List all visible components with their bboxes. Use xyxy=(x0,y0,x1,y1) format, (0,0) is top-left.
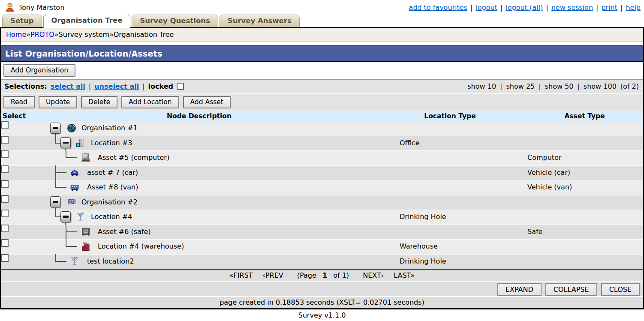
breadcrumb-item-organisation-tree: Organisation Tree xyxy=(114,30,174,39)
select-all-link[interactable]: select all xyxy=(51,82,85,90)
show-options-total: (of 2) xyxy=(620,82,639,90)
tab-bar: SetupOrganisation TreeSurvey QuestionsSu… xyxy=(0,14,644,28)
show-option-show-50[interactable]: show 50 xyxy=(545,82,574,90)
topbar-link-logout[interactable]: logout xyxy=(475,3,497,12)
column-header-location-type: Location Type xyxy=(374,112,526,120)
show-option-show-100[interactable]: show 100 xyxy=(584,82,617,90)
separator: | xyxy=(470,3,472,12)
breadcrumb-item-home[interactable]: Home xyxy=(6,30,26,39)
node-cell: Asset #5 (computer) xyxy=(24,150,374,165)
select-cell xyxy=(1,136,24,151)
globe-icon xyxy=(67,123,76,133)
select-cell xyxy=(1,239,24,254)
asset-type-cell xyxy=(526,239,643,254)
node-cell: Asset #6 (safe) xyxy=(24,225,374,240)
asset-type-cell xyxy=(526,210,643,225)
pagination-first[interactable]: «FIRST xyxy=(229,271,253,279)
location-type-cell xyxy=(374,121,526,136)
update-button[interactable]: Update xyxy=(39,96,77,108)
pagination-prev[interactable]: ‹PREV xyxy=(263,271,283,279)
select-cell xyxy=(1,254,24,269)
separator: | xyxy=(620,3,623,12)
van-icon xyxy=(70,183,79,192)
row-select-checkbox[interactable] xyxy=(1,150,9,158)
page-indicator: (Page 1 of 1) xyxy=(293,271,353,279)
tree-connector xyxy=(55,210,60,217)
minus-glyph xyxy=(63,142,69,144)
row-select-checkbox[interactable] xyxy=(1,180,9,188)
tree-connector xyxy=(55,254,66,262)
locked-checkbox[interactable] xyxy=(177,83,184,90)
read-button[interactable]: Read xyxy=(3,96,35,108)
expand-button[interactable]: EXPAND xyxy=(497,283,542,296)
add-organisation-button[interactable]: Add Organisation xyxy=(3,64,75,77)
user-block: Tony Marston xyxy=(4,2,64,13)
minus-glyph xyxy=(63,216,69,218)
page-title: List Organisation/Location/Assets xyxy=(5,49,639,58)
tree-table-body: Organisation #1Location #3OfficeAsset #5… xyxy=(1,121,643,269)
column-header-node-description: Node Description xyxy=(24,112,374,120)
asset-type-cell xyxy=(526,254,643,269)
node-description: Asset #8 (van) xyxy=(87,180,138,195)
location-type-cell xyxy=(374,195,526,210)
node-cell: asset # 7 (car) xyxy=(24,165,374,180)
show-option-show-10[interactable]: show 10 xyxy=(467,82,496,90)
collapse-toggle[interactable] xyxy=(50,196,60,207)
computer-icon xyxy=(81,153,90,162)
row-select-checkbox[interactable] xyxy=(1,195,9,203)
location-type-cell xyxy=(374,225,526,240)
topbar-link-new-session[interactable]: new session xyxy=(551,3,593,12)
tab-organisation-tree[interactable]: Organisation Tree xyxy=(43,14,131,28)
tree-connector-line xyxy=(55,165,56,180)
collapse-button[interactable]: COLLAPSE xyxy=(545,283,597,296)
unselect-all-link[interactable]: unselect all xyxy=(94,82,139,90)
topbar-link-print[interactable]: print xyxy=(601,3,617,12)
show-option-show-25[interactable]: show 25 xyxy=(506,82,535,90)
add-location-button[interactable]: Add Location xyxy=(121,96,179,108)
tree-connector xyxy=(66,225,77,232)
node-description: Location #3 xyxy=(91,136,132,151)
row-select-checkbox[interactable] xyxy=(1,225,9,232)
separator: | xyxy=(142,82,144,90)
tab-setup[interactable]: Setup xyxy=(2,15,42,27)
pagination-last[interactable]: LAST» xyxy=(394,271,415,279)
location-type-cell: Drinking Hole xyxy=(374,210,526,225)
breadcrumb-item-proto[interactable]: PROTO xyxy=(30,30,54,39)
collapse-toggle[interactable] xyxy=(60,211,71,222)
asset-type-cell: Computer xyxy=(526,150,643,165)
martini-glass-icon xyxy=(70,257,79,266)
separator: | xyxy=(546,3,548,12)
asset-type-cell xyxy=(526,136,643,151)
topbar-link-logout-all-[interactable]: logout (all) xyxy=(506,3,543,12)
breadcrumb: Home»PROTO»Survey system»Organisation Tr… xyxy=(1,28,643,42)
column-header-asset-type: Asset Type xyxy=(526,112,643,120)
node-description: Location #4 (warehouse) xyxy=(98,239,184,254)
tab-survey-answers[interactable]: Survey Answers xyxy=(220,15,300,27)
collapse-toggle[interactable] xyxy=(50,123,60,134)
pagination-next[interactable]: NEXT› xyxy=(363,271,384,279)
row-select-checkbox[interactable] xyxy=(1,121,9,129)
selections-row: Selections: select all | unselect all | … xyxy=(1,79,643,93)
node-cell: Asset #8 (van) xyxy=(24,180,374,195)
tree-row: test location2Drinking Hole xyxy=(1,254,643,269)
topbar-link-add-to-favourites[interactable]: add to favourites xyxy=(409,3,467,12)
tree-row: asset # 7 (car)Vehicle (car) xyxy=(1,165,643,180)
delete-button[interactable]: Delete xyxy=(81,96,117,108)
close-button[interactable]: CLOSE xyxy=(601,283,640,296)
row-select-checkbox[interactable] xyxy=(1,136,9,144)
collapse-toggle[interactable] xyxy=(60,137,71,148)
tree-row: Asset #6 (safe)Safe xyxy=(1,225,643,240)
tab-survey-questions[interactable]: Survey Questions xyxy=(132,15,218,27)
tree-row: Asset #8 (van)Vehicle (van) xyxy=(1,180,643,195)
select-cell xyxy=(1,195,24,210)
row-select-checkbox[interactable] xyxy=(1,239,9,247)
select-cell xyxy=(1,121,24,136)
row-select-checkbox[interactable] xyxy=(1,165,9,173)
row-select-checkbox[interactable] xyxy=(1,254,9,262)
node-description: Asset #6 (safe) xyxy=(98,225,151,240)
location-type-cell xyxy=(374,150,526,165)
add-asset-button[interactable]: Add Asset xyxy=(183,96,231,108)
topbar-link-help[interactable]: help xyxy=(626,3,641,12)
row-select-checkbox[interactable] xyxy=(1,210,9,217)
node-cell: Location #4 xyxy=(24,210,374,225)
